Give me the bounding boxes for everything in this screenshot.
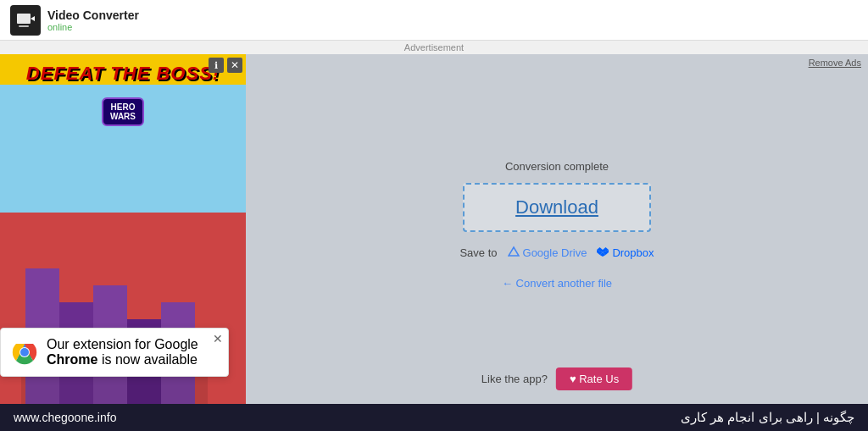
- save-to-label: Save to: [459, 246, 497, 259]
- svg-point-6: [20, 348, 29, 356]
- chrome-text-p2: is now available: [102, 352, 198, 367]
- logo-icon: [10, 5, 41, 36]
- ad-close-button[interactable]: ✕: [227, 58, 242, 73]
- rate-us-button[interactable]: ♥ Rate Us: [556, 367, 632, 390]
- conversion-complete-text: Conversion complete: [505, 160, 609, 173]
- convert-another-button[interactable]: ← Convert another file: [502, 277, 612, 290]
- dropbox-icon: [597, 246, 609, 260]
- chrome-notification-close[interactable]: ✕: [213, 332, 223, 345]
- app-title-block: Video Converter online: [47, 8, 139, 32]
- chrome-icon: [11, 339, 38, 366]
- chrome-notification-text: Our extension for Google Chrome is now a…: [47, 337, 218, 367]
- top-bar: Video Converter online: [0, 0, 868, 41]
- svg-marker-1: [31, 16, 35, 21]
- svg-rect-0: [17, 14, 31, 24]
- bottom-bar: www.chegoone.info چگونه | راهی برای انجا…: [0, 404, 868, 431]
- dropbox-label: Dropbox: [612, 246, 654, 259]
- ad-top-label: Advertisement: [0, 41, 868, 54]
- google-drive-label: Google Drive: [523, 246, 587, 259]
- chrome-notification: Our extension for Google Chrome is now a…: [0, 328, 229, 377]
- save-to-row: Save to Google Drive: [459, 246, 654, 260]
- dropbox-button[interactable]: Dropbox: [597, 246, 654, 260]
- google-drive-icon: [508, 246, 520, 260]
- chrome-text-p1: Our extension for Google: [47, 337, 198, 351]
- bottom-url: www.chegoone.info: [14, 411, 116, 424]
- bottom-tagline: چگونه | راهی برای انجام هر کاری: [681, 410, 854, 425]
- hero-wars-logo: HEROWARS: [102, 97, 144, 126]
- app-title: Video Converter: [47, 8, 139, 22]
- converter-panel: Conversion complete Download Save to Goo…: [246, 71, 868, 404]
- like-app-label: Like the app?: [481, 373, 548, 385]
- app-logo: Video Converter online: [10, 5, 139, 36]
- left-ad-panel: ℹ ✕ DEFEAT THE BOSS! HEROWARS: [0, 54, 246, 404]
- like-row: Like the app? ♥ Rate Us: [481, 367, 632, 390]
- svg-marker-7: [509, 247, 519, 256]
- main-layout: ℹ ✕ DEFEAT THE BOSS! HEROWARS: [0, 54, 868, 404]
- download-button[interactable]: Download: [463, 183, 651, 232]
- app-status: online: [47, 22, 139, 32]
- svg-rect-2: [19, 25, 29, 27]
- main-content-panel: Remove Ads Conversion complete Download …: [246, 54, 868, 404]
- chrome-text-bold: Chrome: [47, 352, 97, 367]
- google-drive-button[interactable]: Google Drive: [508, 246, 587, 260]
- remove-ads-button[interactable]: Remove Ads: [802, 54, 868, 71]
- ad-info-button[interactable]: ℹ: [209, 58, 224, 73]
- ad-title: DEFEAT THE BOSS!: [26, 63, 220, 85]
